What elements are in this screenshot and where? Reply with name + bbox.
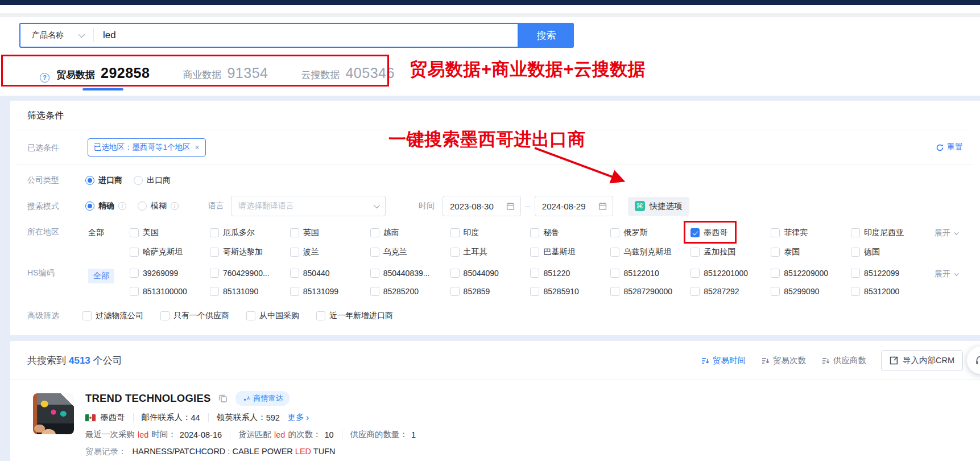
data-tab[interactable]: 贸易数据 292858 bbox=[56, 65, 150, 90]
divider bbox=[133, 413, 134, 422]
hscode-checkbox[interactable]: 85131099 bbox=[290, 286, 338, 296]
hscode-checkbox[interactable]: 85285910 bbox=[530, 286, 578, 296]
checkbox-label: 巴基斯坦 bbox=[543, 247, 575, 257]
hscode-checkbox[interactable]: 85287292 bbox=[690, 286, 739, 296]
region-checkbox[interactable]: 德国 bbox=[851, 246, 880, 257]
reset-button[interactable]: 重置 bbox=[936, 142, 963, 153]
region-checkbox[interactable]: 泰国 bbox=[771, 246, 800, 257]
mexico-flag-icon bbox=[85, 414, 96, 421]
hscode-checkbox[interactable]: 85285200 bbox=[370, 286, 419, 296]
checkbox-label: 85287292 bbox=[704, 287, 739, 296]
language-select[interactable]: 请选择翻译语言 bbox=[231, 196, 386, 216]
hscode-checkbox[interactable]: 850440 bbox=[290, 267, 330, 278]
region-checkbox[interactable]: 菲律宾 bbox=[771, 227, 808, 238]
hscode-all-option[interactable]: 全部 bbox=[88, 269, 114, 283]
hscode-checkbox[interactable]: 850440839... bbox=[370, 267, 430, 278]
hscode-checkbox[interactable]: 85131090 bbox=[210, 286, 258, 296]
search-category-dropdown[interactable]: 产品名称 bbox=[20, 30, 93, 40]
region-checkbox[interactable]: 哈萨克斯坦 bbox=[130, 246, 183, 257]
region-all-option[interactable]: 全部 bbox=[88, 227, 130, 238]
email-contacts-label: 邮件联系人： bbox=[142, 412, 191, 423]
hscode-checkbox[interactable]: 85312000 bbox=[851, 286, 899, 296]
region-checkbox[interactable]: 波兰 bbox=[290, 246, 319, 257]
company-type-row: 公司类型 进口商 出口商 bbox=[17, 170, 972, 191]
radio-option[interactable]: 精确 i bbox=[85, 201, 126, 211]
sort-option[interactable]: 贸易次数 bbox=[762, 355, 806, 366]
advanced-checkbox[interactable]: 从中国采购 bbox=[246, 310, 299, 321]
search-button[interactable]: 搜索 bbox=[519, 23, 574, 48]
hscode-checkbox[interactable]: 760429900... bbox=[210, 267, 270, 278]
copy-icon[interactable] bbox=[218, 394, 228, 403]
region-checkbox[interactable]: 印度尼西亚 bbox=[851, 227, 904, 238]
advanced-checkbox[interactable]: 只有一个供应商 bbox=[160, 310, 229, 321]
more-link[interactable]: 更多 › bbox=[288, 412, 309, 423]
hscode-checkbox[interactable]: 85299090 bbox=[771, 286, 819, 296]
import-crm-button[interactable]: 导入内部CRM bbox=[881, 350, 963, 371]
region-checkbox[interactable]: 秘鲁 bbox=[530, 227, 559, 238]
sort-option[interactable]: 贸易时间 bbox=[701, 355, 746, 366]
calendar-icon bbox=[506, 202, 515, 211]
radio-option[interactable]: 模糊 i bbox=[138, 201, 179, 211]
region-checkbox[interactable]: 巴基斯坦 bbox=[530, 246, 575, 257]
region-checkbox[interactable]: 印度 bbox=[450, 227, 479, 238]
checkbox-label: 波兰 bbox=[303, 247, 319, 257]
date-start-input[interactable]: 2023-08-30 bbox=[443, 196, 521, 216]
info-icon[interactable]: i bbox=[171, 202, 179, 210]
checkbox-icon bbox=[290, 228, 299, 237]
company-name[interactable]: TREND TECHNOLOGIES bbox=[85, 392, 210, 405]
radio-option[interactable]: 进口商 bbox=[85, 175, 122, 186]
region-checkbox[interactable]: 俄罗斯 bbox=[610, 227, 647, 238]
tab-count: 292858 bbox=[101, 65, 150, 81]
sort-option[interactable]: 供应商数 bbox=[822, 355, 866, 366]
advanced-checkbox[interactable]: 近一年新增进口商 bbox=[316, 310, 393, 321]
region-checkbox[interactable]: 乌克兰 bbox=[370, 246, 407, 257]
checkbox-icon bbox=[246, 311, 255, 320]
hscode-checkbox[interactable]: 85287290000 bbox=[610, 286, 672, 296]
hscode-expand-button[interactable]: 展开 bbox=[934, 267, 972, 279]
hscode-checkbox[interactable]: 851220 bbox=[530, 267, 570, 278]
refresh-icon bbox=[936, 143, 944, 152]
region-checkbox[interactable]: 孟加拉国 bbox=[690, 246, 735, 257]
hscode-checkbox[interactable]: 8513100000 bbox=[130, 286, 187, 296]
data-tab[interactable]: 商业数据 91354 bbox=[183, 65, 268, 90]
hscode-checkbox[interactable]: 8512209000 bbox=[771, 267, 828, 278]
search-input-group: 产品名称 bbox=[19, 23, 519, 48]
quick-options-button[interactable]: ⌘ 快捷选项 bbox=[628, 197, 689, 216]
checkbox-label: 85312000 bbox=[864, 287, 899, 296]
hscode-checkbox[interactable]: 8512201000 bbox=[690, 267, 748, 278]
hscode-checkbox[interactable]: 85122010 bbox=[610, 267, 659, 278]
hscode-grid: 39269099 760429900... 850440 bbox=[130, 267, 931, 296]
region-checkbox[interactable]: 土耳其 bbox=[450, 246, 487, 257]
close-icon[interactable]: × bbox=[195, 143, 200, 152]
checkbox-label: 德国 bbox=[864, 247, 880, 257]
checkbox-icon bbox=[851, 228, 860, 237]
data-tab[interactable]: 云搜数据 405346 bbox=[301, 65, 394, 90]
hscode-checkbox[interactable]: 39269099 bbox=[130, 267, 178, 278]
radio-label: 模糊 bbox=[151, 201, 167, 211]
region-checkbox[interactable]: 越南 bbox=[370, 227, 399, 238]
hscode-checkbox[interactable]: 85044090 bbox=[450, 267, 499, 278]
region-expand-button[interactable]: 展开 bbox=[934, 227, 972, 238]
region-checkbox[interactable]: 厄瓜多尔 bbox=[210, 227, 255, 238]
info-icon[interactable]: i bbox=[118, 202, 126, 210]
company-card[interactable]: TREND TECHNOLOGIES 商情雷达 墨西哥 邮件联系人： 44 bbox=[10, 380, 980, 461]
date-end-input[interactable]: 2024-08-29 bbox=[535, 196, 613, 216]
region-checkbox[interactable]: 乌兹别克斯坦 bbox=[610, 246, 671, 257]
hscode-checkbox[interactable]: 852859 bbox=[450, 286, 490, 296]
hscode-checkbox[interactable]: 85122099 bbox=[851, 267, 899, 278]
company-country: 墨西哥 bbox=[100, 412, 125, 423]
business-radar-badge[interactable]: 商情雷达 bbox=[235, 391, 290, 406]
region-checkbox[interactable]: 英国 bbox=[290, 227, 319, 238]
region-checkbox[interactable]: 美国 bbox=[130, 227, 159, 238]
sort-label: 供应商数 bbox=[833, 355, 866, 366]
help-icon[interactable]: ? bbox=[40, 73, 49, 83]
region-checkbox[interactable]: 墨西哥 bbox=[690, 227, 727, 238]
match-count: 10 bbox=[324, 430, 333, 439]
radio-icon bbox=[85, 201, 94, 211]
search-input[interactable] bbox=[94, 30, 518, 41]
selected-region-tag[interactable]: 已选地区：墨西哥等1个地区 × bbox=[88, 138, 206, 157]
radio-option[interactable]: 出口商 bbox=[134, 175, 171, 186]
advanced-checkbox[interactable]: 过滤物流公司 bbox=[82, 310, 143, 321]
checkbox-icon bbox=[370, 228, 379, 237]
region-checkbox[interactable]: 哥斯达黎加 bbox=[210, 246, 263, 257]
